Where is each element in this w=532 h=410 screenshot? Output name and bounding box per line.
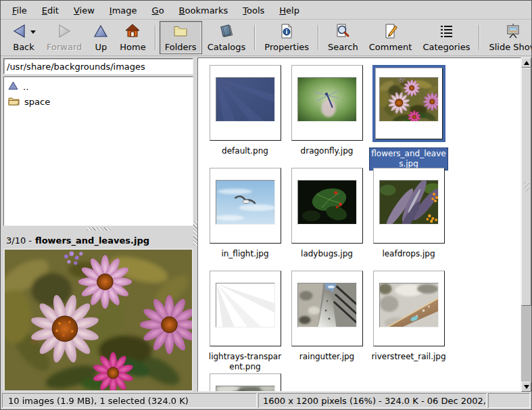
toolbar-separator — [318, 25, 319, 50]
thumbnail-card[interactable] — [375, 68, 443, 139]
thumbnail-label: flowers_and_leaves.jpg — [369, 147, 448, 170]
thumbnail-lightrays[interactable]: lightrays-transparent.png — [204, 271, 286, 373]
thumbnail-card[interactable] — [373, 271, 445, 346]
toolbar-separator — [479, 25, 480, 50]
catalogs-button[interactable]: Catalogs — [202, 21, 251, 54]
thumbnail-dragonfly[interactable]: dragonfly.jpg — [286, 65, 368, 168]
menu-file[interactable]: File — [5, 3, 34, 18]
folders-icon — [172, 23, 189, 41]
comment-button[interactable]: Comment — [364, 21, 418, 54]
thumbnail-image — [379, 77, 439, 122]
categories-button[interactable]: Categories — [417, 21, 475, 54]
home-icon — [124, 23, 141, 41]
toolbar-separator — [155, 25, 156, 50]
thumbnail-card[interactable] — [291, 271, 363, 346]
menu-help[interactable]: Help — [272, 3, 307, 18]
menu-go[interactable]: Go — [145, 3, 172, 18]
thumbnail-label: raingutter.jpg — [298, 351, 356, 363]
forward-button[interactable]: Forward — [41, 21, 87, 54]
thumbnail-image — [297, 77, 357, 122]
up-folder-icon — [8, 81, 18, 92]
thumbnail-leafdrops[interactable]: leafdrops.jpg — [368, 168, 450, 271]
thumbnail-card[interactable] — [291, 168, 363, 244]
menu-edit[interactable]: Edit — [34, 3, 66, 18]
thumbnail-grid: default.png dragonfly.jpg — [198, 58, 521, 392]
main-content: .. space 3/10 - flowers_and_leaves.jpg — [1, 56, 531, 392]
back-icon — [11, 23, 28, 41]
menu-view[interactable]: View — [66, 3, 102, 18]
thumbnail-ladybugs[interactable]: ladybugs.jpg — [286, 168, 368, 271]
up-button[interactable]: Up — [87, 21, 114, 54]
statusbar: 10 images (1.9 MB), 1 selected (324.0 K)… — [1, 392, 531, 409]
back-button[interactable]: Back — [6, 21, 41, 54]
thumbnail-riverstreet-rail[interactable]: riverstreet_rail.jpg — [368, 271, 450, 373]
thumbnail-image — [216, 283, 275, 327]
scrollbar-grip — [524, 182, 529, 191]
properties-icon — [279, 23, 295, 41]
comment-icon — [383, 23, 399, 41]
thumbnail-image — [379, 180, 439, 225]
vertical-scrollbar[interactable] — [521, 58, 531, 392]
thumbnail-default[interactable]: default.png — [204, 65, 286, 168]
scroll-up-arrow-icon — [524, 61, 529, 65]
image-position: 3/10 - — [6, 235, 32, 246]
slideshow-button[interactable]: Slide Show — [483, 21, 532, 54]
folder-icon — [8, 96, 20, 108]
folder-list[interactable]: .. space — [3, 76, 193, 226]
thumbnail-image — [297, 283, 357, 327]
thumbnail-card[interactable] — [210, 65, 281, 141]
location-input[interactable] — [3, 58, 193, 74]
scrollbar-track[interactable] — [521, 306, 531, 382]
thumbnail-label: ladybugs.jpg — [299, 248, 354, 260]
thumbnail-flowers-and-leaves[interactable]: flowers_and_leaves.jpg — [368, 65, 450, 168]
thumbnail-label: in_flight.jpg — [220, 248, 270, 260]
scroll-down-arrow-icon — [524, 385, 529, 389]
thumbnail-in-flight[interactable]: in_flight.jpg — [204, 168, 286, 271]
browser-info: 3/10 - flowers_and_leaves.jpg — [3, 232, 193, 248]
menu-image[interactable]: Image — [102, 3, 145, 18]
status-image-info: 1600 x 1200 pixels (16%) - 324.0 K - 06 … — [258, 393, 487, 408]
catalogs-icon — [218, 23, 235, 41]
search-icon — [335, 23, 351, 41]
selected-filename: flowers_and_leaves.jpg — [35, 235, 149, 246]
categories-icon — [438, 23, 454, 41]
slideshow-icon — [505, 23, 521, 41]
thumbnail-label: leafdrops.jpg — [381, 248, 436, 260]
menu-tools[interactable]: Tools — [235, 3, 272, 18]
gthumb-window: File Edit View Image Go Bookmarks Tools … — [0, 0, 532, 410]
thumbnail-card[interactable] — [291, 65, 363, 141]
scroll-up-button[interactable] — [521, 58, 531, 68]
thumbnail-label: default.png — [220, 145, 270, 157]
scroll-down-button[interactable] — [521, 382, 531, 392]
thumbnail-partial[interactable] — [204, 373, 286, 392]
folder-item-up[interactable]: .. — [4, 79, 193, 94]
status-file-count: 10 images (1.9 MB), 1 selected (324.0 K) — [2, 393, 257, 408]
thumbnail-card[interactable] — [373, 168, 445, 244]
thumbnail-image — [379, 283, 439, 327]
thumbnail-card[interactable] — [210, 271, 281, 346]
thumbnail-label: riverstreet_rail.jpg — [370, 351, 447, 363]
thumbnail-label: dragonfly.jpg — [299, 145, 355, 157]
folders-button[interactable]: Folders — [160, 21, 202, 54]
thumbnail-pane[interactable]: default.png dragonfly.jpg — [197, 58, 521, 392]
left-panel: .. space 3/10 - flowers_and_leaves.jpg — [3, 56, 193, 392]
status-resize-area[interactable] — [488, 393, 530, 408]
home-button[interactable]: Home — [114, 21, 151, 54]
forward-icon — [56, 23, 72, 41]
search-button[interactable]: Search — [322, 21, 364, 54]
thumbnail-image — [216, 77, 275, 122]
splitter-grip[interactable] — [87, 227, 111, 231]
thumbnail-image — [216, 386, 275, 392]
thumbnail-raingutter[interactable]: raingutter.jpg — [286, 271, 368, 373]
thumbnail-card[interactable] — [210, 168, 281, 244]
horizontal-splitter[interactable] — [3, 226, 193, 232]
thumbnail-image — [216, 180, 275, 225]
thumbnail-label: lightrays-transparent.png — [205, 351, 285, 373]
back-dropdown-arrow[interactable] — [30, 30, 36, 34]
thumbnail-image — [297, 180, 357, 225]
folder-item-space[interactable]: space — [4, 94, 193, 110]
menu-bookmarks[interactable]: Bookmarks — [172, 3, 236, 18]
properties-button[interactable]: Properties — [259, 21, 314, 54]
scrollbar-thumb[interactable] — [521, 68, 531, 306]
thumbnail-card[interactable] — [210, 373, 281, 392]
